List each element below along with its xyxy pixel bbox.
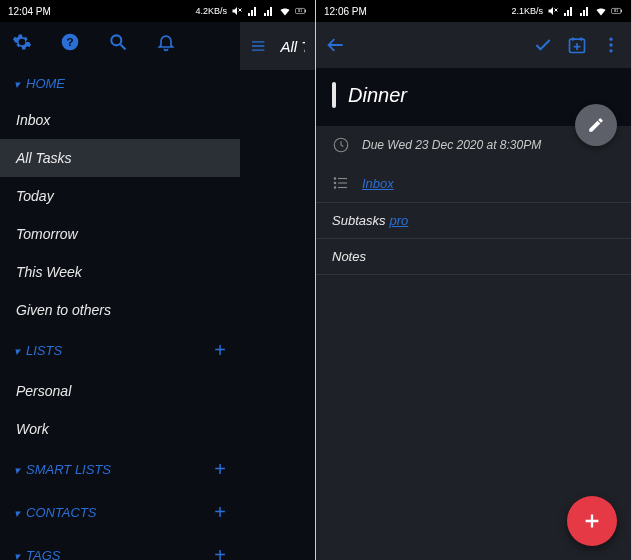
add-list-button[interactable]: + xyxy=(214,339,226,362)
svg-point-21 xyxy=(609,49,612,52)
plus-icon xyxy=(581,510,603,532)
section-tags[interactable]: ▾TAGS + xyxy=(0,534,240,560)
menu-icon[interactable] xyxy=(250,36,266,56)
section-contacts[interactable]: ▾CONTACTS + xyxy=(0,491,240,534)
drawer-top-icons: ? xyxy=(0,22,240,66)
chevron-down-icon: ▾ xyxy=(14,345,20,357)
status-time: 12:04 PM xyxy=(8,6,51,17)
svg-rect-12 xyxy=(621,10,622,13)
back-icon[interactable] xyxy=(326,35,346,55)
svg-point-7 xyxy=(111,35,121,45)
sidebar-list-item[interactable]: Personal xyxy=(0,372,240,410)
subtasks-row[interactable]: Subtaskspro xyxy=(316,202,631,239)
svg-rect-3 xyxy=(305,10,306,13)
status-right: 4.2KB/s 81 xyxy=(195,5,307,17)
wifi-icon xyxy=(595,5,607,17)
task-detail-body: Due Wed 23 Dec 2020 at 8:30PM Inbox Subt… xyxy=(316,126,631,560)
sidebar-item[interactable]: This Week xyxy=(0,253,240,291)
help-icon[interactable]: ? xyxy=(60,32,80,52)
add-contact-button[interactable]: + xyxy=(214,501,226,524)
status-bar: 12:06 PM 2.1KB/s 81 xyxy=(316,0,631,22)
section-home[interactable]: ▾HOME xyxy=(0,66,240,101)
battery-icon: 81 xyxy=(295,5,307,17)
section-smart-lists[interactable]: ▾SMART LISTS + xyxy=(0,448,240,491)
gear-icon[interactable] xyxy=(12,32,32,52)
phone-right: 12:06 PM 2.1KB/s 81 Dinner Due Wed 23 De… xyxy=(316,0,632,560)
pencil-icon xyxy=(587,116,605,134)
svg-text:?: ? xyxy=(66,35,73,48)
calendar-add-icon[interactable] xyxy=(567,35,587,55)
svg-point-28 xyxy=(334,187,336,189)
svg-text:81: 81 xyxy=(614,9,618,13)
svg-point-20 xyxy=(609,43,612,46)
sidebar-item[interactable]: Given to others xyxy=(0,291,240,329)
svg-point-19 xyxy=(609,38,612,41)
title-accent xyxy=(332,82,336,108)
svg-point-26 xyxy=(334,178,336,180)
svg-line-8 xyxy=(121,45,126,50)
sidebar-item[interactable]: All Tasks xyxy=(0,139,240,177)
search-icon[interactable] xyxy=(108,32,128,52)
status-time: 12:06 PM xyxy=(324,6,367,17)
svg-point-27 xyxy=(334,182,336,184)
section-lists[interactable]: ▾LISTS + xyxy=(0,329,240,372)
due-text: Due Wed 23 Dec 2020 at 8:30PM xyxy=(362,138,541,152)
check-icon[interactable] xyxy=(533,35,553,55)
bell-icon[interactable] xyxy=(156,32,176,52)
main-appbar-behind: All T xyxy=(240,22,315,70)
chevron-down-icon: ▾ xyxy=(14,507,20,519)
sidebar-list-item[interactable]: Work xyxy=(0,410,240,448)
signal-icon-2 xyxy=(579,5,591,17)
task-title[interactable]: Dinner xyxy=(348,84,407,107)
sidebar-item[interactable]: Tomorrow xyxy=(0,215,240,253)
signal-icon xyxy=(247,5,259,17)
chevron-down-icon: ▾ xyxy=(14,464,20,476)
status-right: 2.1KB/s 81 xyxy=(511,5,623,17)
battery-icon: 81 xyxy=(611,5,623,17)
add-fab[interactable] xyxy=(567,496,617,546)
add-smart-list-button[interactable]: + xyxy=(214,458,226,481)
svg-text:81: 81 xyxy=(298,9,302,13)
more-icon[interactable] xyxy=(601,35,621,55)
add-tag-button[interactable]: + xyxy=(214,544,226,560)
mute-icon xyxy=(231,5,243,17)
status-speed: 2.1KB/s xyxy=(511,6,543,16)
signal-icon-2 xyxy=(263,5,275,17)
main-title: All T xyxy=(280,38,305,55)
phone-left: 12:04 PM 4.2KB/s 81 All T ? ▾HOME InboxA… xyxy=(0,0,316,560)
list-row[interactable]: Inbox xyxy=(316,164,631,202)
sidebar-item[interactable]: Today xyxy=(0,177,240,215)
clock-icon xyxy=(332,136,350,154)
task-appbar xyxy=(316,22,631,68)
edit-fab[interactable] xyxy=(575,104,617,146)
chevron-down-icon: ▾ xyxy=(14,78,20,90)
sidebar-item[interactable]: Inbox xyxy=(0,101,240,139)
navigation-drawer: ? ▾HOME InboxAll TasksTodayTomorrowThis … xyxy=(0,22,240,560)
pro-badge[interactable]: pro xyxy=(389,213,408,228)
chevron-down-icon: ▾ xyxy=(14,550,20,560)
notes-row[interactable]: Notes xyxy=(316,239,631,275)
mute-icon xyxy=(547,5,559,17)
status-speed: 4.2KB/s xyxy=(195,6,227,16)
list-name: Inbox xyxy=(362,176,394,191)
status-bar: 12:04 PM 4.2KB/s 81 xyxy=(0,0,315,22)
wifi-icon xyxy=(279,5,291,17)
signal-icon xyxy=(563,5,575,17)
list-icon xyxy=(332,174,350,192)
